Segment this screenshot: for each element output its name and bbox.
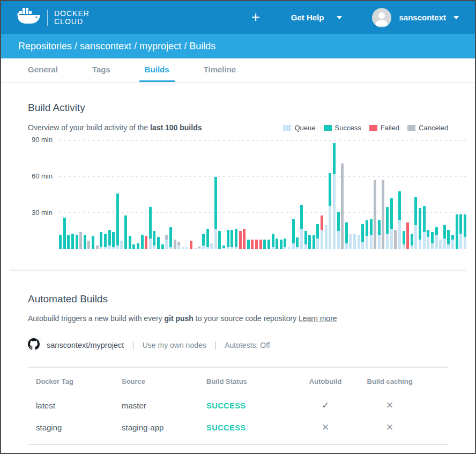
build-bar-27[interactable] xyxy=(169,227,172,249)
build-bar-0[interactable] xyxy=(59,235,62,249)
build-bar-34[interactable] xyxy=(198,247,200,249)
build-bar-3[interactable] xyxy=(71,234,74,249)
build-bar-62[interactable] xyxy=(313,235,315,249)
build-bar-72[interactable] xyxy=(353,234,356,249)
build-bar-12[interactable] xyxy=(108,230,111,249)
build-bar-76[interactable] xyxy=(370,219,373,249)
build-bar-59[interactable] xyxy=(300,205,303,249)
avatar[interactable] xyxy=(372,8,391,27)
build-bar-82[interactable] xyxy=(394,230,397,249)
build-bar-48[interactable] xyxy=(255,240,258,249)
build-bar-55[interactable] xyxy=(284,239,286,249)
build-bar-25[interactable] xyxy=(161,244,164,249)
tab-builds[interactable]: Builds xyxy=(139,58,175,82)
build-bar-24[interactable] xyxy=(157,237,160,249)
create-plus-button[interactable]: + xyxy=(251,10,260,25)
build-bar-11[interactable] xyxy=(104,234,107,249)
build-bar-95[interactable] xyxy=(447,230,450,249)
repo-name[interactable]: sanscontext/myproject xyxy=(47,341,124,349)
build-bar-36[interactable] xyxy=(206,229,209,249)
build-bar-71[interactable] xyxy=(349,234,352,249)
build-bar-1[interactable] xyxy=(63,218,66,249)
build-bar-78[interactable] xyxy=(378,220,381,249)
build-bar-8[interactable] xyxy=(92,236,94,249)
build-bar-89[interactable] xyxy=(423,206,426,249)
build-bar-83[interactable] xyxy=(398,191,401,249)
build-bar-15[interactable] xyxy=(120,241,123,249)
build-bar-29[interactable] xyxy=(177,242,180,249)
build-bar-32[interactable] xyxy=(190,241,192,249)
build-bar-23[interactable] xyxy=(153,231,155,249)
build-bar-35[interactable] xyxy=(202,234,205,249)
build-bar-75[interactable] xyxy=(366,220,368,249)
build-bar-77[interactable] xyxy=(374,180,376,249)
build-bar-87[interactable] xyxy=(414,197,417,249)
build-bar-66[interactable] xyxy=(329,173,331,249)
build-bar-79[interactable] xyxy=(382,180,384,249)
build-bar-86[interactable] xyxy=(411,234,413,249)
build-bar-64[interactable] xyxy=(321,215,323,249)
build-bar-81[interactable] xyxy=(390,198,393,249)
build-bar-28[interactable] xyxy=(174,240,176,249)
build-bar-69[interactable] xyxy=(341,163,344,249)
build-bar-4[interactable] xyxy=(76,235,78,249)
build-bar-58[interactable] xyxy=(296,237,299,250)
build-bar-17[interactable] xyxy=(129,236,131,249)
user-menu[interactable]: sanscontext xyxy=(372,8,459,27)
build-bar-80[interactable] xyxy=(386,207,389,249)
cell-build-caching-toggle[interactable]: ✕ xyxy=(347,422,433,433)
build-bar-6[interactable] xyxy=(84,235,86,249)
build-bar-88[interactable] xyxy=(419,208,421,249)
build-bar-74[interactable] xyxy=(361,224,364,249)
build-bar-44[interactable] xyxy=(239,231,242,249)
build-bar-91[interactable] xyxy=(431,232,434,249)
get-help-menu[interactable]: Get Help xyxy=(291,13,343,22)
build-bar-33[interactable] xyxy=(194,248,197,249)
build-bar-49[interactable] xyxy=(259,240,262,249)
build-bar-9[interactable] xyxy=(96,245,99,249)
build-bar-22[interactable] xyxy=(149,207,152,249)
build-bar-73[interactable] xyxy=(358,235,360,249)
build-bar-42[interactable] xyxy=(230,230,233,249)
build-bar-20[interactable] xyxy=(141,235,144,249)
docker-cloud-logo[interactable]: DOCKER CLOUD xyxy=(17,8,90,28)
tab-tags[interactable]: Tags xyxy=(87,58,116,82)
build-bar-47[interactable] xyxy=(251,240,254,249)
build-bar-68[interactable] xyxy=(337,212,340,249)
build-bar-41[interactable] xyxy=(227,230,229,249)
tab-general[interactable]: General xyxy=(23,58,63,82)
build-bar-13[interactable] xyxy=(112,232,115,249)
build-bar-38[interactable] xyxy=(214,177,217,249)
build-bar-39[interactable] xyxy=(218,231,221,249)
build-bar-45[interactable] xyxy=(243,229,246,249)
build-bar-93[interactable] xyxy=(439,240,442,249)
build-bar-16[interactable] xyxy=(124,215,127,249)
build-bar-94[interactable] xyxy=(443,225,446,249)
cell-build-status[interactable]: SUCCESS xyxy=(206,423,304,432)
build-bar-30[interactable] xyxy=(182,247,184,250)
build-bar-43[interactable] xyxy=(235,229,237,249)
breadcrumb[interactable]: Repositories / sanscontext / myproject /… xyxy=(18,41,215,52)
build-bar-70[interactable] xyxy=(345,222,348,249)
build-bar-46[interactable] xyxy=(247,240,250,249)
build-bar-5[interactable] xyxy=(79,232,82,249)
build-bar-7[interactable] xyxy=(87,241,90,249)
build-bar-84[interactable] xyxy=(403,231,405,249)
build-bar-54[interactable] xyxy=(280,240,282,249)
build-bar-57[interactable] xyxy=(292,219,295,249)
build-bar-2[interactable] xyxy=(67,235,70,249)
build-bar-98[interactable] xyxy=(459,214,462,249)
build-bar-90[interactable] xyxy=(427,230,429,249)
cell-build-status[interactable]: SUCCESS xyxy=(206,401,304,410)
cell-build-caching-toggle[interactable]: ✕ xyxy=(347,400,433,411)
build-bar-51[interactable] xyxy=(267,240,270,249)
build-bar-31[interactable] xyxy=(185,247,188,250)
learn-more-link[interactable]: Learn more xyxy=(299,314,337,323)
build-bar-63[interactable] xyxy=(316,224,319,249)
build-bar-26[interactable] xyxy=(165,235,168,249)
build-bar-14[interactable] xyxy=(116,193,119,249)
cell-autobuild-toggle[interactable]: ✕ xyxy=(304,422,347,433)
build-bar-99[interactable] xyxy=(464,214,466,249)
build-bar-50[interactable] xyxy=(263,240,266,249)
build-bar-19[interactable] xyxy=(137,243,139,249)
